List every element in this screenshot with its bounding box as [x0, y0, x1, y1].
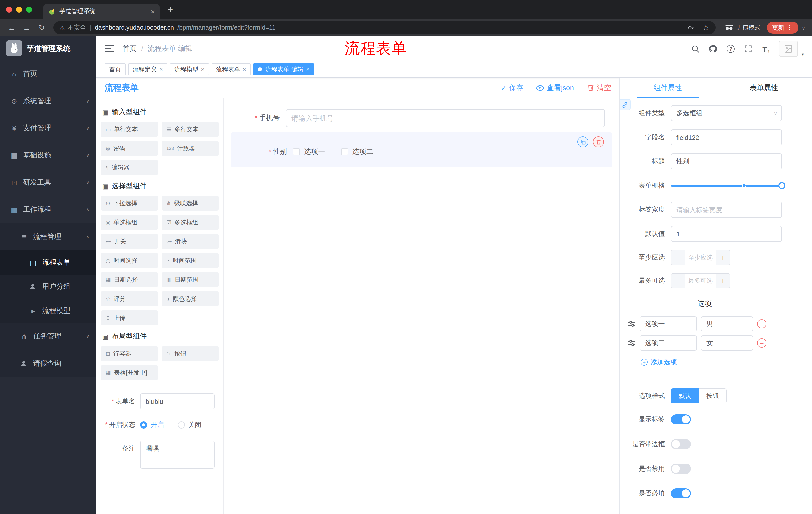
window-close-button[interactable] [6, 6, 12, 12]
phone-input[interactable] [286, 109, 605, 127]
option-value-input[interactable] [701, 335, 753, 351]
sidebar-item-process-form[interactable]: ▤ 流程表单 [0, 250, 96, 275]
back-icon[interactable]: ← [5, 21, 18, 34]
increase-button[interactable]: + [716, 250, 730, 265]
palette-item-table[interactable]: ▦表格[开发中] [101, 365, 158, 380]
gender-option-1[interactable]: 选项一 [293, 147, 325, 156]
palette-item-color-picker[interactable]: ◑颜色选择 [162, 291, 219, 306]
tag-process-definition[interactable]: 流程定义 × [128, 63, 167, 76]
show-label-toggle[interactable] [671, 414, 691, 425]
palette-item-upload[interactable]: ↥上传 [101, 310, 158, 325]
palette-item-date-picker[interactable]: ▦日期选择 [101, 272, 158, 287]
palette-item-single-text[interactable]: ▭单行文本 [101, 122, 158, 137]
sidebar-item-leave-query[interactable]: 请假查询 [0, 350, 96, 377]
save-button[interactable]: ✓ 保存 [501, 83, 523, 92]
checkbox[interactable] [341, 148, 348, 155]
reload-icon[interactable]: ↻ [35, 21, 48, 34]
form-name-input[interactable] [140, 393, 214, 409]
tab-close-icon[interactable]: × [151, 7, 155, 15]
form-canvas[interactable]: 手机号 [224, 98, 619, 514]
palette-item-editor[interactable]: ¶编辑器 [101, 160, 158, 175]
status-on-radio[interactable]: 开启 [140, 421, 164, 430]
palette-item-time-picker[interactable]: ◷时间选择 [101, 253, 158, 268]
bookmark-star-icon[interactable]: ☆ [702, 23, 709, 32]
address-bar[interactable]: ⚠ 不安全 | dashboard.yudao.iocoder.cn/bpm/m… [53, 21, 715, 34]
option-name-input[interactable] [640, 335, 697, 351]
remark-textarea[interactable]: 嘿嘿 [140, 440, 214, 469]
tab-component-props[interactable]: 组件属性 [619, 78, 716, 98]
decrease-button[interactable]: − [671, 274, 685, 288]
palette-item-password[interactable]: ⊗密码 [101, 141, 158, 156]
palette-item-date-range[interactable]: ▥日期范围 [162, 272, 219, 287]
sidebar-item-payment[interactable]: ¥ 支付管理 ∨ [0, 115, 96, 142]
collapse-menu-icon[interactable] [105, 45, 114, 52]
fullscreen-icon[interactable] [744, 44, 753, 53]
help-icon[interactable]: ? [726, 44, 735, 53]
security-indicator[interactable]: ⚠ 不安全 [59, 23, 86, 32]
tag-process-model[interactable]: 流程模型 × [170, 63, 209, 76]
gender-field[interactable]: 性别 选项一 选项二 [238, 147, 605, 156]
sidebar-item-process-mgmt[interactable]: ≣ 流程管理 ∧ [0, 223, 96, 250]
password-key-icon[interactable] [687, 24, 695, 31]
palette-item-counter[interactable]: 123计数器 [162, 141, 219, 156]
avatar-caret-icon[interactable]: ▾ [802, 52, 804, 57]
with-border-toggle[interactable] [671, 439, 691, 449]
option-name-input[interactable] [640, 316, 697, 331]
gender-option-2[interactable]: 选项二 [341, 147, 373, 156]
min-select-value[interactable]: 至少应选 [685, 250, 716, 265]
disabled-toggle[interactable] [671, 464, 691, 474]
palette-item-select[interactable]: ⊙下拉选择 [101, 196, 158, 211]
browser-update-button[interactable]: 更新 ⋮ [766, 22, 798, 34]
phone-field[interactable]: 手机号 [231, 109, 612, 127]
forward-icon[interactable]: → [20, 21, 33, 34]
style-button-button[interactable]: 按钮 [699, 388, 727, 403]
sidebar-item-devtools[interactable]: ⊡ 研发工具 ∨ [0, 169, 96, 196]
search-icon[interactable] [691, 44, 700, 53]
sidebar-item-workflow[interactable]: ▦ 工作流程 ∧ [0, 196, 96, 223]
status-off-radio[interactable]: 关闭 [178, 421, 202, 430]
grid-slider[interactable] [671, 178, 782, 194]
toolbar-chevron-icon[interactable]: ∨ [800, 25, 807, 30]
decrease-button[interactable]: − [671, 250, 685, 265]
new-tab-button[interactable]: + [163, 2, 178, 17]
tag-process-form-edit[interactable]: 流程表单-编辑 × [253, 63, 314, 76]
breadcrumb-home[interactable]: 首页 [123, 44, 137, 53]
window-zoom-button[interactable] [26, 6, 32, 12]
window-minimize-button[interactable] [16, 6, 22, 12]
component-type-select[interactable]: 多选框组 ∨ [671, 105, 782, 121]
palette-item-rate[interactable]: ☆评分 [101, 291, 158, 306]
palette-item-checkbox-group[interactable]: ☑多选框组 [162, 215, 219, 230]
palette-item-button[interactable]: ☞按钮 [162, 346, 219, 361]
sidebar-item-process-model[interactable]: ▸ 流程模型 [0, 299, 96, 323]
max-select-value[interactable]: 最多可选 [685, 274, 716, 288]
label-width-input[interactable] [671, 202, 782, 218]
tag-home[interactable]: 首页 [105, 63, 126, 76]
style-default-button[interactable]: 默认 [671, 388, 699, 403]
required-toggle[interactable] [671, 488, 691, 498]
sidebar-item-user-group[interactable]: 用户分组 [0, 275, 96, 299]
field-name-input[interactable] [671, 129, 782, 145]
sidebar-item-infrastructure[interactable]: ▤ 基础设施 ∨ [0, 142, 96, 169]
option-value-input[interactable] [701, 316, 753, 331]
drag-handle-icon[interactable] [628, 320, 636, 328]
default-value-input[interactable] [671, 226, 782, 242]
tab-form-props[interactable]: 表单属性 [716, 78, 812, 98]
font-size-icon[interactable]: T↕ [761, 44, 771, 53]
slider-handle[interactable] [778, 182, 785, 189]
increase-button[interactable]: + [716, 274, 730, 288]
sidebar-item-home[interactable]: ⌂ 首页 [0, 60, 96, 87]
title-input[interactable] [671, 154, 782, 169]
gender-field-selected[interactable]: 性别 选项一 选项二 [231, 132, 612, 167]
checkbox[interactable] [293, 148, 300, 155]
palette-item-cascader[interactable]: ⋔级联选择 [162, 196, 219, 211]
copy-widget-button[interactable] [577, 136, 588, 147]
sidebar-item-system[interactable]: ⊛ 系统管理 ∨ [0, 87, 96, 115]
palette-item-time-range[interactable]: ◔时间范围 [162, 253, 219, 268]
close-icon[interactable]: × [159, 66, 163, 73]
remove-option-icon[interactable]: − [757, 339, 766, 348]
link-icon[interactable] [619, 99, 631, 110]
view-json-button[interactable]: 查看json [536, 83, 574, 92]
close-icon[interactable]: × [201, 66, 204, 73]
close-icon[interactable]: × [243, 66, 246, 73]
close-icon[interactable]: × [306, 66, 310, 73]
